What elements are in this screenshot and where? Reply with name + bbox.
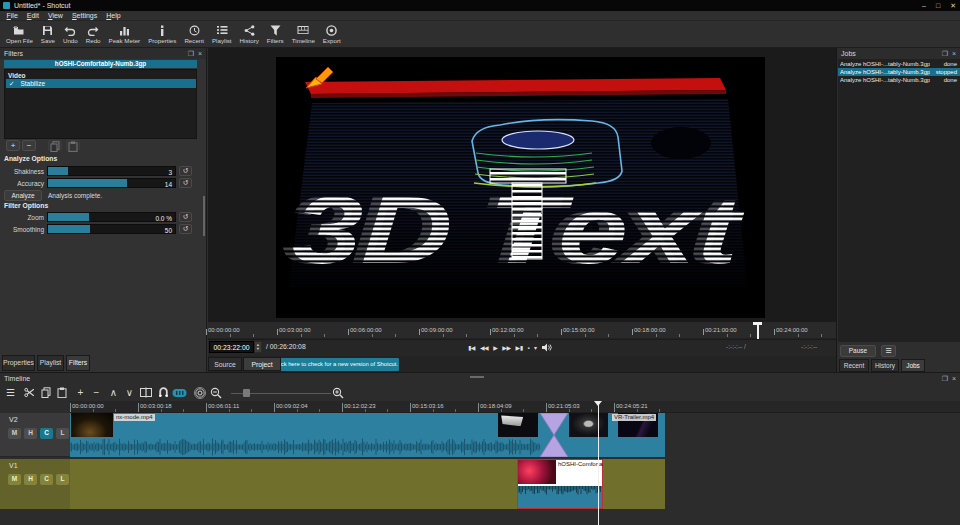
ripple-delete-button[interactable]: − (89, 385, 104, 400)
timecode-spinner[interactable]: ▴▾ (254, 341, 262, 353)
properties-button[interactable]: Properties (144, 21, 180, 47)
float-panel-icon[interactable]: ❐ (942, 375, 948, 382)
reset-button[interactable]: ↺ (179, 166, 192, 176)
zoom-slider[interactable]: 0.0 % (47, 212, 176, 222)
track-m-button[interactable]: M (8, 474, 21, 485)
track-header-v1[interactable]: V1 MHCL (0, 459, 70, 509)
split-button[interactable] (138, 385, 153, 400)
snap-button[interactable] (156, 385, 171, 400)
track-c-button[interactable]: C (40, 474, 53, 485)
tab-jobs[interactable]: Jobs (901, 359, 925, 372)
player-scrub-ruler[interactable]: 00:00:00:0000:03:00:0000:06:00:0000:09:0… (208, 322, 836, 339)
skip-end-button[interactable]: ▶▮ (516, 342, 523, 354)
filters-button[interactable]: Filters (263, 21, 288, 47)
overwrite-button[interactable]: ∨ (122, 385, 137, 400)
float-panel-icon[interactable]: ❐ (942, 50, 948, 57)
position-timecode[interactable]: 00:23:22:00 (209, 341, 254, 353)
menu-view[interactable]: View (43, 12, 67, 19)
paste-filter-button[interactable] (66, 140, 80, 151)
lift-button[interactable]: ∧ (106, 385, 121, 400)
pause-button[interactable]: Pause (840, 345, 876, 357)
tab-playlist[interactable]: Playlist (37, 355, 64, 371)
timeline-playhead[interactable] (598, 401, 599, 525)
recent-button[interactable]: Recent (180, 21, 208, 47)
stop-button[interactable]: ▪ (527, 342, 529, 354)
playlist-button[interactable]: Playlist (208, 21, 236, 47)
open-file-button[interactable]: Open File (2, 21, 37, 47)
timeline-clip-v2[interactable]: nx-mode.mp4 VR-Trailer.mp4 (70, 413, 665, 457)
splitter-handle[interactable] (470, 376, 484, 378)
append-button[interactable]: + (73, 385, 88, 400)
track-h-button[interactable]: H (24, 474, 37, 485)
close-panel-icon[interactable]: × (198, 50, 202, 57)
job-row[interactable]: Analyze hOSHI-...tably-Numb.3gpstopped (838, 68, 960, 76)
track-c-button[interactable]: C (40, 428, 53, 439)
skip-start-button[interactable]: ▮◀ (468, 342, 475, 354)
copy-button[interactable] (38, 385, 53, 400)
reset-button[interactable]: ↺ (179, 224, 192, 234)
player-playhead-stem[interactable] (757, 324, 759, 339)
filter-list[interactable]: Video ✓Stabilize (4, 69, 197, 139)
timeline-playhead-marker[interactable] (594, 401, 602, 406)
update-notification-button[interactable]: Click here to check for a new version of… (273, 358, 399, 371)
smoothing-slider[interactable]: 50 (47, 224, 176, 234)
accuracy-slider[interactable]: 14 (47, 178, 176, 188)
track-l-button[interactable]: L (56, 428, 69, 439)
tab-properties[interactable]: Properties (2, 355, 35, 371)
copy-filter-button[interactable] (48, 140, 62, 151)
paste-button[interactable] (54, 385, 69, 400)
redo-button[interactable]: Redo (82, 21, 105, 47)
zoom-out-button[interactable] (208, 385, 223, 400)
add-filter-button[interactable]: + (6, 140, 20, 151)
zoom-in-button[interactable] (330, 385, 345, 400)
timeline-track-v1[interactable]: hOSHI-Comforta (70, 459, 665, 509)
job-row[interactable]: Analyze hOSHI-...tably-Numb.3gpdone (838, 60, 960, 68)
float-panel-icon[interactable]: ❐ (188, 50, 194, 57)
menu-help[interactable]: Help (102, 12, 125, 19)
cut-button[interactable] (22, 385, 37, 400)
ripple-all-tracks-button[interactable] (192, 385, 207, 400)
menu-edit[interactable]: Edit (22, 12, 43, 19)
tab-filters[interactable]: Filters (66, 355, 90, 371)
close-button[interactable]: ✕ (950, 0, 956, 11)
maximize-button[interactable]: □ (936, 0, 940, 11)
reset-button[interactable]: ↺ (179, 178, 192, 188)
analyze-button[interactable]: Analyze (4, 190, 42, 201)
peak-meter-button[interactable]: Peak Meter (105, 21, 145, 47)
jobs-menu-button[interactable]: ☰ (881, 345, 896, 357)
rewind-button[interactable]: ◀◀ (480, 342, 488, 354)
tab-project[interactable]: Project (243, 357, 281, 371)
play-button[interactable]: ▶ (493, 342, 497, 354)
track-header-v2[interactable]: V2 MHCL (0, 413, 70, 457)
transition-clip[interactable] (540, 413, 568, 457)
timeline-button[interactable]: Timeline (288, 21, 319, 47)
scrub-while-dragging-button[interactable] (172, 385, 187, 400)
panel-splitter-handle[interactable] (203, 196, 205, 236)
close-panel-icon[interactable]: × (952, 375, 956, 382)
job-row[interactable]: Analyze hOSHI-...tably-Numb.3gpdone (838, 76, 960, 84)
close-panel-icon[interactable]: × (952, 50, 956, 57)
reset-button[interactable]: ↺ (179, 212, 192, 222)
menu-settings[interactable]: Settings (67, 12, 101, 19)
tab-recent[interactable]: Recent (839, 359, 869, 372)
save-button[interactable]: Save (37, 21, 59, 47)
menu-caret-button[interactable]: ▾ (534, 342, 537, 354)
timeline-menu-button[interactable]: ☰ (3, 385, 18, 400)
history-button[interactable]: History (236, 21, 263, 47)
track-l-button[interactable]: L (56, 474, 69, 485)
timeline-clip-selected[interactable]: hOSHI-Comforta (517, 459, 603, 509)
minimize-button[interactable]: – (922, 0, 926, 11)
tab-history[interactable]: History (871, 359, 899, 372)
zoom-slider-handle[interactable] (243, 389, 250, 397)
timeline-ruler[interactable]: 00:00:00:0000:03:00:1800:06:01:1100:09:0… (70, 401, 960, 413)
track-h-button[interactable]: H (24, 428, 37, 439)
filter-row-stabilize[interactable]: ✓Stabilize (6, 79, 196, 88)
track-m-button[interactable]: M (8, 428, 21, 439)
shakiness-slider[interactable]: 3 (47, 166, 176, 176)
undo-button[interactable]: Undo (59, 21, 82, 47)
remove-filter-button[interactable]: − (22, 140, 36, 151)
volume-button[interactable] (542, 343, 552, 352)
fast-forward-button[interactable]: ▶▶ (502, 342, 510, 354)
tab-source[interactable]: Source (208, 357, 242, 371)
menu-file[interactable]: File (2, 12, 22, 19)
